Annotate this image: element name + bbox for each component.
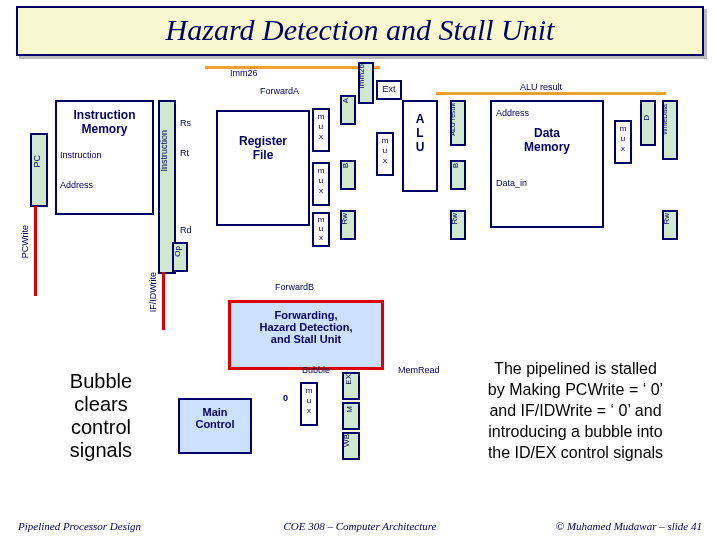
register-file: Register File — [216, 110, 310, 226]
label-alu-result-v: ALU result — [449, 103, 456, 136]
label-b2: B — [451, 163, 460, 168]
label-wb: WB — [342, 434, 351, 447]
label-rw3: Rw — [662, 213, 671, 225]
label-b: B — [341, 163, 350, 168]
label-ex: EX — [344, 374, 353, 385]
callout-stall: The pipelined is stalled by Making PCWri… — [448, 358, 703, 463]
label-memread: MemRead — [398, 365, 440, 375]
label-imm26: Imm26 — [230, 68, 258, 78]
ctl-ifidwrite — [162, 272, 165, 330]
pc-latch — [30, 133, 48, 207]
label-d: D — [642, 115, 651, 121]
mux-a: mux — [312, 108, 330, 152]
mux-wb: mux — [614, 120, 632, 164]
label-imm26-v: Imm26 — [357, 64, 366, 88]
mux-b: mux — [312, 162, 330, 206]
ctl-bubble-line — [228, 368, 296, 370]
label-bubble: Bubble — [302, 365, 330, 375]
callout-bubble: Bubble clears control signals — [46, 370, 156, 462]
label-rd: Rd — [180, 225, 192, 235]
label-forwarda: ForwardA — [260, 86, 299, 96]
ctl-pcwrite — [34, 206, 37, 296]
label-pcwrite: PCWrite — [20, 225, 30, 258]
label-m: M — [345, 406, 354, 413]
mux-rd: mux — [312, 212, 330, 247]
memwb-d — [640, 100, 656, 146]
main-control: Main Control — [178, 398, 252, 454]
label-rw2: Rw — [450, 213, 459, 225]
bus-alu-result — [436, 92, 666, 95]
label-address-im: Address — [60, 180, 93, 190]
alu: A L U — [402, 100, 438, 192]
mux-alu-b: mux — [376, 132, 394, 176]
label-writedata: WriteData — [661, 104, 668, 135]
label-data-in: Data_in — [496, 178, 527, 188]
page-title: Hazard Detection and Stall Unit — [16, 6, 704, 56]
data-memory: Data Memory — [490, 100, 604, 228]
label-rt: Rt — [180, 148, 189, 158]
label-op: Op — [173, 246, 182, 257]
label-rs: Rs — [180, 118, 191, 128]
label-instruction-v: Instruction — [159, 130, 169, 172]
forwarding-unit: Forwarding, Hazard Detection, and Stall … — [228, 300, 384, 370]
label-rw1: Rw — [340, 213, 349, 225]
label-forwardb: ForwardB — [275, 282, 314, 292]
label-pc: PC — [32, 155, 42, 168]
label-a: A — [341, 98, 350, 103]
ext-box: Ext — [376, 80, 402, 100]
footer-right: © Muhamed Mudawar – slide 41 — [556, 520, 702, 536]
label-instruction: Instruction — [60, 150, 102, 160]
mux-bubble: mux — [300, 382, 318, 426]
label-data-addr: Address — [496, 108, 529, 118]
label-alu-result: ALU result — [520, 82, 562, 92]
label-ifidwrite: IF/IDWrite — [148, 272, 158, 312]
label-zero: 0 — [283, 393, 288, 403]
